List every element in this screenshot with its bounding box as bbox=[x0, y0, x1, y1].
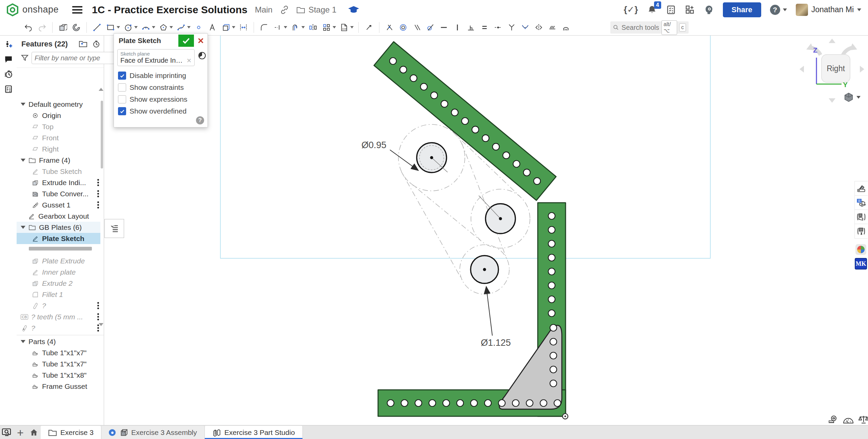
diameter-dimension-1[interactable]: Ø0.95 bbox=[361, 140, 387, 150]
offset-dropdown[interactable] bbox=[301, 26, 305, 28]
tree-folder-frame[interactable]: Frame (4) bbox=[17, 155, 100, 166]
undo-icon[interactable] bbox=[22, 21, 35, 34]
apps-grid-icon[interactable] bbox=[685, 5, 695, 15]
search-tools-input[interactable] bbox=[621, 23, 659, 32]
symmetric-constraint-icon[interactable] bbox=[532, 21, 546, 34]
create-folder-icon[interactable] bbox=[79, 40, 87, 48]
convert-entities-icon[interactable] bbox=[219, 21, 233, 34]
coincident-constraint-icon[interactable] bbox=[383, 21, 396, 34]
dialog-help-icon[interactable]: ? bbox=[196, 116, 204, 124]
tree-item-inner-plate[interactable]: Inner plate bbox=[17, 266, 100, 278]
point-tool-icon[interactable] bbox=[192, 21, 205, 34]
drag-handle-icon[interactable] bbox=[97, 313, 100, 320]
add-tab-button[interactable]: + bbox=[14, 426, 27, 439]
line-tool-icon[interactable] bbox=[90, 21, 104, 34]
arc-tool-icon[interactable] bbox=[139, 21, 153, 34]
tree-item-tube-part-2[interactable]: Tube 1"x1"x7" bbox=[17, 358, 100, 370]
branch-name[interactable]: Main bbox=[255, 5, 273, 15]
tree-group-parts[interactable]: Parts (4) bbox=[17, 336, 100, 347]
featurescript-icon[interactable]: {✓} bbox=[624, 4, 638, 15]
normal-constraint-icon[interactable] bbox=[505, 21, 518, 34]
option-disable-imprinting[interactable]: Disable imprinting bbox=[118, 72, 186, 80]
rollback-bar[interactable] bbox=[29, 247, 92, 251]
tree-item-fillet-1[interactable]: Fillet 1 bbox=[17, 289, 100, 300]
tab-exercise-3-assembly[interactable]: Exercise 3 Assembly bbox=[101, 426, 205, 439]
diameter-dimension-2[interactable]: Ø1.125 bbox=[481, 338, 511, 348]
clock-icon[interactable] bbox=[198, 51, 206, 60]
insert-feature-icon[interactable] bbox=[0, 37, 17, 52]
perpendicular-constraint-icon[interactable] bbox=[464, 21, 478, 34]
filter-funnel-icon[interactable] bbox=[21, 54, 29, 62]
curvature-constraint-icon[interactable] bbox=[518, 21, 532, 34]
text-tool-icon[interactable] bbox=[205, 21, 219, 34]
mirror-tool-icon[interactable] bbox=[306, 21, 320, 34]
equal-constraint-icon[interactable] bbox=[478, 21, 491, 34]
transform-tool-icon[interactable] bbox=[362, 21, 376, 34]
tree-item-tube-converter[interactable]: Tube Conver... bbox=[17, 188, 100, 199]
tape-measure-icon[interactable] bbox=[827, 414, 840, 425]
scroll-up-icon[interactable] bbox=[99, 88, 103, 91]
convert-dropdown[interactable] bbox=[232, 26, 235, 28]
sketch-plane-field[interactable]: Sketch plane Face of Extrude Individual.… bbox=[117, 49, 195, 66]
rectangle-dropdown[interactable] bbox=[117, 26, 120, 28]
comment-icon[interactable] bbox=[0, 52, 17, 67]
tree-item-unknown-1[interactable]: ? bbox=[17, 300, 100, 311]
ai-assistant-icon[interactable] bbox=[704, 5, 714, 15]
rollback-clock-icon[interactable] bbox=[92, 40, 100, 48]
checkbox-checked-icon[interactable] bbox=[118, 72, 126, 80]
trim-tool-icon[interactable] bbox=[271, 21, 284, 34]
tree-item-gusset-1[interactable]: Gusset 1 bbox=[17, 199, 100, 211]
bom-table-icon[interactable] bbox=[854, 195, 868, 210]
feature-list-flyout-button[interactable] bbox=[104, 219, 124, 238]
option-show-constraints[interactable]: Show constraints bbox=[118, 83, 184, 92]
extrude-icon[interactable] bbox=[56, 21, 70, 34]
mass-properties-icon[interactable] bbox=[857, 414, 868, 425]
import-dxf-icon[interactable]: DXF bbox=[337, 21, 351, 34]
tree-item-origin[interactable]: Origin bbox=[17, 110, 100, 121]
polygon-tool-icon[interactable] bbox=[157, 21, 170, 34]
concentric-constraint-icon[interactable] bbox=[396, 21, 410, 34]
checkbox-checked-icon[interactable] bbox=[118, 107, 126, 115]
variables-table-icon[interactable] bbox=[854, 224, 868, 239]
rotate-up-arrow[interactable] bbox=[829, 39, 835, 43]
tree-scrollbar-thumb[interactable] bbox=[101, 101, 103, 168]
parallel-hatch-constraint-icon[interactable] bbox=[546, 21, 559, 34]
parallel-constraint-icon[interactable] bbox=[410, 21, 423, 34]
rotate-right-arrow[interactable] bbox=[860, 66, 864, 73]
horizontal-constraint-icon[interactable] bbox=[437, 21, 451, 34]
tab-exercise-3-part-studio[interactable]: Exercise 3 Part Studio bbox=[205, 426, 303, 439]
option-show-overdefined[interactable]: Show overdefined bbox=[118, 107, 186, 115]
tree-item-teeth[interactable]: CB? teeth (5 mm ... bbox=[17, 311, 100, 322]
tree-folder-gb-plates[interactable]: GB Plates (6) bbox=[17, 222, 100, 233]
tree-item-gearbox-layout[interactable]: Gearbox Layout bbox=[17, 211, 100, 222]
clear-selection-icon[interactable]: ✕ bbox=[186, 57, 192, 64]
tree-item-frame-gusset-part[interactable]: Frame Gusset bbox=[17, 381, 100, 392]
midpoint-constraint-icon[interactable] bbox=[491, 21, 505, 34]
app-pinwheel-icon[interactable] bbox=[854, 243, 867, 256]
app-mk-icon[interactable]: MK bbox=[854, 257, 867, 271]
drag-handle-icon[interactable] bbox=[97, 302, 100, 309]
tab-exercise-3[interactable]: Exercise 3 bbox=[41, 426, 101, 439]
checkbox-unchecked-icon[interactable] bbox=[118, 95, 126, 103]
rotate-left-arrow[interactable] bbox=[800, 66, 804, 73]
tree-item-extrude-individual[interactable]: Extrude Indi... bbox=[17, 177, 100, 188]
fix-constraint-icon[interactable] bbox=[559, 21, 573, 34]
drag-handle-icon[interactable] bbox=[97, 190, 100, 197]
rotate-down-arrow[interactable] bbox=[829, 98, 835, 103]
chevron-down-icon[interactable] bbox=[21, 103, 25, 106]
tangent-constraint-icon[interactable] bbox=[423, 21, 437, 34]
fillet-tool-icon[interactable] bbox=[257, 21, 271, 34]
user-menu[interactable]: Jonathan Mi bbox=[796, 4, 861, 16]
cancel-button[interactable] bbox=[194, 35, 208, 47]
toolbar-search[interactable]: alt/⌥ c bbox=[610, 21, 689, 34]
tree-item-tube-part-1[interactable]: Tube 1"x1"x7" bbox=[17, 347, 100, 358]
tree-item-plate-extrude[interactable]: Plate Extrude bbox=[17, 255, 100, 266]
arc-dropdown[interactable] bbox=[152, 26, 155, 28]
dimension-tool-icon[interactable] bbox=[237, 21, 250, 34]
tree-group-default-geometry[interactable]: Default geometry bbox=[17, 99, 100, 110]
link-icon[interactable] bbox=[280, 5, 289, 14]
option-show-expressions[interactable]: Show expressions bbox=[118, 95, 187, 103]
scroll-down-icon[interactable] bbox=[99, 323, 103, 326]
home-tab-button[interactable] bbox=[27, 426, 41, 439]
chevron-down-icon[interactable] bbox=[21, 340, 25, 343]
